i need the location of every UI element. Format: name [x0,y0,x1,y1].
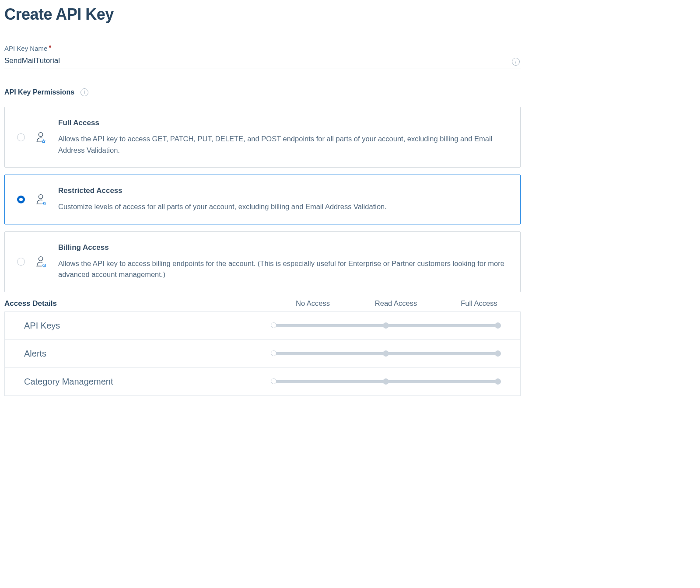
svg-point-2 [38,195,42,199]
svg-line-11 [45,202,46,203]
svg-text:$: $ [44,264,45,267]
slider-stop-no-access[interactable] [271,378,276,384]
api-key-name-label-text: API Key Name [4,45,47,52]
svg-line-9 [43,202,43,203]
permission-option-restricted[interactable]: Restricted AccessCustomize levels of acc… [4,175,521,224]
svg-point-4 [43,203,45,204]
permission-option-full[interactable]: Full AccessAllows the API key to access … [4,107,521,168]
column-full-access: Full Access [438,299,521,308]
access-details-heading: Access Details [4,299,271,308]
svg-line-12 [43,204,43,205]
info-icon[interactable]: i [80,88,88,96]
person-gear-icon [35,193,48,206]
api-key-name-input[interactable] [4,55,521,69]
required-indicator-icon [49,46,51,48]
permission-title: Billing Access [58,243,508,252]
slider-stop-full-access[interactable] [495,378,501,385]
access-slider[interactable] [272,378,500,385]
api-key-name-label: API Key Name [4,45,521,52]
permission-option-billing[interactable]: $Billing AccessAllows the API key to acc… [4,231,521,292]
access-details-header: Access Details No Access Read Access Ful… [4,299,521,308]
access-row-label: Alerts [24,349,272,359]
permission-description: Allows the API key to access GET, PATCH,… [58,133,508,156]
column-read-access: Read Access [354,299,438,308]
radio-restricted[interactable] [17,196,25,203]
info-icon[interactable]: i [512,58,520,66]
permission-description: Allows the API key to access billing end… [58,258,508,280]
radio-billing[interactable] [17,258,25,266]
access-row-label: API Keys [24,321,272,331]
access-row-label: Category Management [24,377,272,387]
svg-point-0 [38,132,42,136]
slider-stop-full-access[interactable] [495,350,501,357]
permission-title: Restricted Access [58,186,508,195]
slider-stop-read-access[interactable] [383,322,389,329]
svg-line-10 [45,204,46,205]
slider-stop-full-access[interactable] [495,322,501,329]
slider-stop-no-access[interactable] [271,350,276,356]
access-slider[interactable] [272,350,500,357]
access-row: Alerts [4,340,521,368]
permission-title: Full Access [58,119,508,127]
slider-stop-read-access[interactable] [383,378,389,385]
page-title: Create API Key [4,5,521,24]
person-star-icon [35,131,48,144]
access-row: API Keys [4,312,521,340]
access-row: Category Management [4,368,521,396]
api-key-permissions-label-text: API Key Permissions [4,88,74,96]
slider-stop-no-access[interactable] [271,322,276,328]
api-key-permissions-label: API Key Permissions i [4,88,521,96]
radio-full[interactable] [17,133,25,141]
access-slider[interactable] [272,322,500,329]
permission-description: Customize levels of access for all parts… [58,201,508,213]
column-no-access: No Access [271,299,354,308]
svg-point-13 [38,257,42,261]
person-dollar-icon: $ [35,256,48,268]
slider-stop-read-access[interactable] [383,350,389,357]
